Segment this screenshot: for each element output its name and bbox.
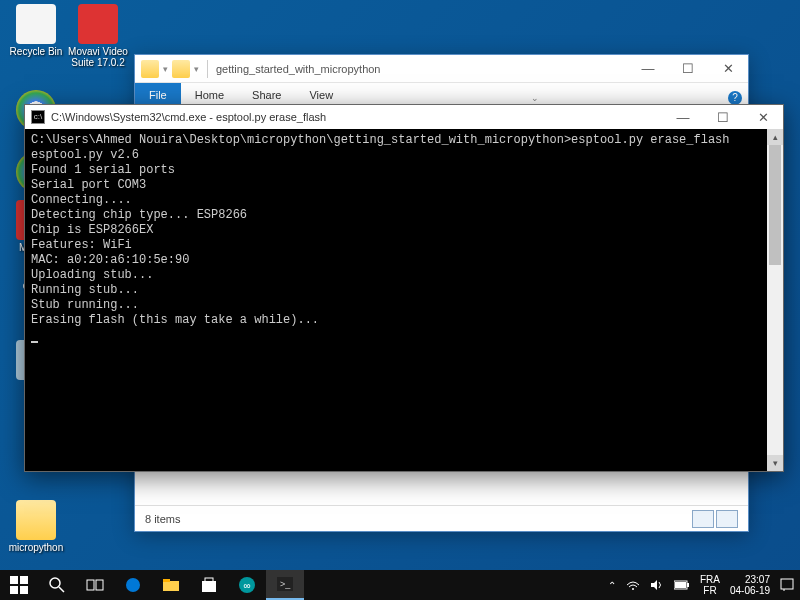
icon-label: micropython	[6, 542, 66, 553]
separator	[207, 60, 208, 78]
desktop-icon-recycle-bin[interactable]: Recycle Bin	[6, 4, 66, 57]
cmd-icon: c:\	[31, 110, 45, 124]
cmd-line: Uploading stub...	[31, 268, 153, 282]
taskbar-cmd[interactable]: >_	[266, 570, 304, 600]
cmd-body: C:\Users\Ahmed Nouira\Desktop\micropytho…	[25, 129, 783, 471]
explorer-titlebar[interactable]: ▾ ▾ getting_started_with_micropython — ☐…	[135, 55, 748, 83]
taskbar: ∞ >_ ⌃ FRA FR 23:07 04-06-19	[0, 570, 800, 600]
icon-label: Recycle Bin	[6, 46, 66, 57]
svg-rect-0	[10, 576, 18, 584]
svg-point-8	[126, 578, 140, 592]
svg-rect-21	[675, 582, 686, 588]
edge-icon	[124, 576, 142, 594]
scrollbar[interactable]: ▴ ▾	[767, 129, 783, 471]
maximize-button[interactable]: ☐	[668, 55, 708, 83]
item-count: 8 items	[145, 513, 180, 525]
task-view-button[interactable]	[76, 570, 114, 600]
folder-icon[interactable]	[141, 60, 159, 78]
breadcrumb[interactable]: getting_started_with_micropython	[216, 63, 380, 75]
close-button[interactable]: ✕	[743, 103, 783, 131]
svg-marker-18	[651, 580, 657, 590]
language-indicator[interactable]: FRA FR	[700, 574, 720, 596]
tray-chevron-icon[interactable]: ⌃	[608, 580, 616, 591]
task-view-icon	[86, 576, 104, 594]
details-view-button[interactable]	[692, 510, 714, 528]
taskbar-store[interactable]	[190, 570, 228, 600]
cmd-prompt-line: C:\Users\Ahmed Nouira\Desktop\micropytho…	[31, 133, 730, 147]
date: 04-06-19	[730, 585, 770, 596]
cursor	[31, 341, 38, 343]
icon-label: Movavi Video Suite 17.0.2	[68, 46, 128, 68]
cmd-line: Running stub...	[31, 283, 139, 297]
start-button[interactable]	[0, 570, 38, 600]
lang-code: FRA	[700, 574, 720, 585]
recycle-bin-icon	[16, 4, 56, 44]
lang-region: FR	[700, 585, 720, 596]
svg-rect-6	[87, 580, 94, 590]
icons-view-button[interactable]	[716, 510, 738, 528]
svg-rect-9	[163, 581, 179, 591]
cmd-line: Stub running...	[31, 298, 139, 312]
store-icon	[200, 576, 218, 594]
cmd-line: Erasing flash (this may take a while)...	[31, 313, 319, 327]
folder-icon[interactable]	[172, 60, 190, 78]
taskbar-explorer[interactable]	[152, 570, 190, 600]
cmd-line: Features: WiFi	[31, 238, 132, 252]
clock[interactable]: 23:07 04-06-19	[730, 574, 770, 596]
desktop-icon-micropython[interactable]: micropython	[6, 500, 66, 553]
scroll-down-icon[interactable]: ▾	[767, 455, 783, 471]
svg-rect-22	[781, 579, 793, 589]
volume-icon[interactable]	[650, 578, 664, 592]
svg-rect-7	[96, 580, 103, 590]
cmd-title: C:\Windows\System32\cmd.exe - esptool.py…	[51, 111, 326, 123]
battery-icon[interactable]	[674, 580, 690, 590]
svg-text:>_: >_	[280, 579, 291, 589]
time: 23:07	[730, 574, 770, 585]
svg-text:∞: ∞	[243, 580, 250, 591]
folder-icon	[162, 576, 180, 594]
cmd-line: Detecting chip type... ESP8266	[31, 208, 247, 222]
search-icon	[48, 576, 66, 594]
cmd-window: c:\ C:\Windows\System32\cmd.exe - esptoo…	[24, 104, 784, 472]
svg-rect-10	[163, 579, 170, 582]
system-tray: ⌃ FRA FR 23:07 04-06-19	[608, 574, 800, 596]
svg-rect-11	[202, 581, 216, 592]
cmd-icon: >_	[276, 575, 294, 593]
svg-point-17	[632, 588, 634, 590]
cmd-titlebar[interactable]: c:\ C:\Windows\System32\cmd.exe - esptoo…	[25, 105, 783, 129]
svg-rect-3	[20, 586, 28, 594]
cmd-line: Serial port COM3	[31, 178, 146, 192]
minimize-button[interactable]: —	[628, 55, 668, 83]
windows-icon	[10, 576, 28, 594]
quick-access-icons: ▾ ▾	[141, 60, 199, 78]
notifications-icon[interactable]	[780, 578, 794, 592]
svg-line-5	[59, 587, 64, 592]
svg-rect-2	[10, 586, 18, 594]
explorer-statusbar: 8 items	[135, 505, 748, 531]
dropdown-arrow-icon[interactable]: ▾	[163, 64, 168, 74]
dropdown-arrow-icon[interactable]: ▾	[194, 64, 199, 74]
minimize-button[interactable]: —	[663, 103, 703, 131]
close-button[interactable]: ✕	[708, 55, 748, 83]
wifi-icon[interactable]	[626, 578, 640, 592]
taskbar-arduino[interactable]: ∞	[228, 570, 266, 600]
folder-icon	[16, 500, 56, 540]
taskbar-edge[interactable]	[114, 570, 152, 600]
view-toggle	[692, 510, 738, 528]
cmd-output[interactable]: C:\Users\Ahmed Nouira\Desktop\micropytho…	[25, 129, 767, 471]
app-icon	[78, 4, 118, 44]
scroll-thumb[interactable]	[769, 145, 781, 265]
desktop-icon-movavi[interactable]: Movavi Video Suite 17.0.2	[68, 4, 128, 68]
maximize-button[interactable]: ☐	[703, 103, 743, 131]
cmd-line: Found 1 serial ports	[31, 163, 175, 177]
scroll-up-icon[interactable]: ▴	[767, 129, 783, 145]
cmd-line: Connecting....	[31, 193, 132, 207]
svg-rect-1	[20, 576, 28, 584]
svg-point-4	[50, 578, 60, 588]
search-button[interactable]	[38, 570, 76, 600]
svg-rect-20	[687, 583, 689, 587]
cmd-line: MAC: a0:20:a6:10:5e:90	[31, 253, 189, 267]
cmd-line: esptool.py v2.6	[31, 148, 139, 162]
arduino-icon: ∞	[238, 576, 256, 594]
cmd-line: Chip is ESP8266EX	[31, 223, 153, 237]
